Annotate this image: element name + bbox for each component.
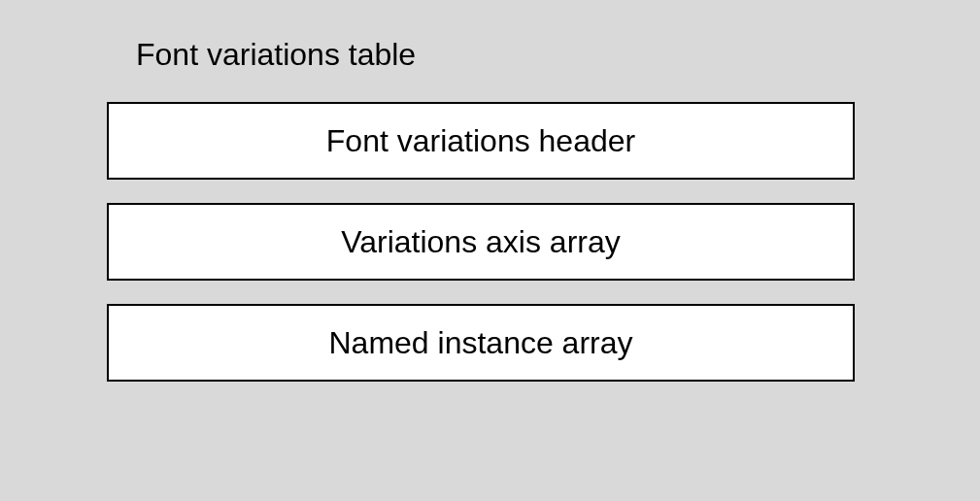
diagram-box-label: Variations axis array xyxy=(341,224,621,260)
diagram-box-axis-array: Variations axis array xyxy=(107,203,855,281)
diagram-box-label: Font variations header xyxy=(326,123,635,159)
diagram-box-header: Font variations header xyxy=(107,102,855,180)
font-variations-diagram: Font variations table Font variations he… xyxy=(107,37,855,382)
diagram-title: Font variations table xyxy=(136,37,855,73)
diagram-box-instance-array: Named instance array xyxy=(107,304,855,382)
diagram-box-label: Named instance array xyxy=(328,325,632,361)
